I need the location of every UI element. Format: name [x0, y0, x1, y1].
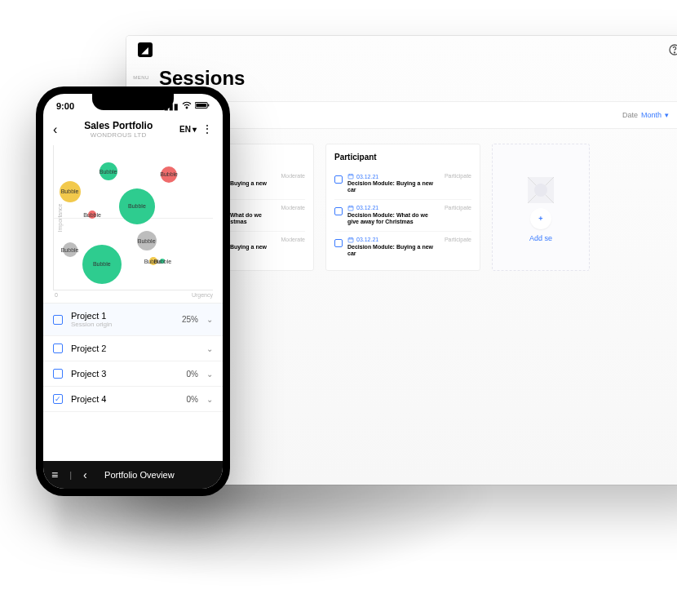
- column-participant: Participant 03.12.21Decision Module: Buy…: [325, 144, 480, 271]
- session-card[interactable]: 03.12.21Decision Module: Buying a new ca…: [334, 168, 471, 199]
- footer-title: Portfolio Oveview: [99, 470, 180, 480]
- card-checkbox[interactable]: [334, 239, 343, 247]
- app-logo-icon[interactable]: ◢: [138, 42, 153, 57]
- search-input[interactable]: [188, 111, 614, 120]
- card-title: Decision Module: What do we give away fo…: [347, 212, 436, 226]
- svg-rect-15: [208, 104, 209, 107]
- session-card[interactable]: 03.12.21Decision Module: Buying a new ca…: [334, 231, 471, 263]
- bubble[interactable]: Bubble: [137, 231, 157, 250]
- bubble[interactable]: Bubble: [82, 245, 122, 284]
- search-bar: Date Month ▾ Filter by: [159, 101, 677, 129]
- row-checkbox[interactable]: [53, 343, 63, 353]
- card-date: 03.12.21: [347, 205, 436, 211]
- battery-icon: [195, 101, 210, 111]
- phone-notch: [92, 94, 174, 110]
- back-icon[interactable]: ‹: [53, 123, 57, 136]
- svg-rect-7: [348, 175, 353, 179]
- row-checkbox[interactable]: [53, 315, 63, 325]
- placeholder-shape-icon: [523, 172, 559, 208]
- bubble[interactable]: Bubble: [119, 188, 155, 224]
- page-title: Sessions: [159, 67, 677, 90]
- hamburger-icon[interactable]: ≡: [51, 468, 58, 481]
- card-role: Moderate: [281, 237, 305, 242]
- svg-rect-8: [348, 206, 353, 210]
- desktop-topbar: ◢: [126, 36, 677, 64]
- footer-back-icon[interactable]: ‹: [83, 468, 87, 481]
- bubble-chart: Importance BubbleBubbleBubbleBubbleBubbl…: [43, 145, 223, 298]
- project-row[interactable]: Project 30%⌄: [43, 361, 223, 387]
- card-date: 03.12.21: [347, 173, 436, 179]
- card-checkbox[interactable]: [334, 207, 343, 215]
- card-role: Moderate: [281, 173, 305, 179]
- row-checkbox[interactable]: ✓: [53, 394, 63, 404]
- chevron-down-icon[interactable]: ⌄: [206, 315, 213, 324]
- chevron-down-icon[interactable]: ⌄: [206, 344, 213, 353]
- project-list: Project 1Session origin25%⌄Project 2⌄Pro…: [43, 303, 223, 461]
- phone-header: ‹ Sales Portfolio WONDROUS LTD EN▾ ⋮: [43, 117, 223, 145]
- phone-footer: ≡ | ‹ Portfolio Oveview: [43, 461, 223, 489]
- row-title: Project 4: [71, 394, 179, 404]
- bubble[interactable]: Bubble: [160, 259, 165, 264]
- row-percent: 25%: [182, 315, 198, 324]
- bubble[interactable]: Bubble: [63, 242, 77, 257]
- language-selector[interactable]: EN▾: [179, 125, 197, 134]
- phone-device: 9:00 ▮▮▮ ‹ Sales Portfolio WONDROUS LTD …: [36, 86, 230, 496]
- help-icon[interactable]: [668, 43, 677, 56]
- axis-origin: 0: [55, 292, 58, 298]
- row-subtitle: Session origin: [71, 321, 174, 328]
- bubble[interactable]: Bubble: [60, 181, 81, 202]
- x-axis-label: Urgency: [192, 292, 213, 298]
- svg-point-12: [186, 107, 188, 109]
- wifi-icon: [182, 101, 192, 111]
- row-percent: 0%: [187, 395, 198, 404]
- add-column-label: Add se: [529, 234, 552, 242]
- add-column[interactable]: + Add se: [492, 144, 590, 271]
- svg-point-11: [534, 184, 547, 197]
- row-title: Project 3: [71, 369, 179, 379]
- row-checkbox[interactable]: [53, 369, 63, 379]
- card-title: Decision Module: Buying a new car: [347, 180, 436, 194]
- row-percent: 0%: [187, 370, 198, 379]
- card-role: Participate: [445, 205, 471, 211]
- row-title: Project 1: [71, 311, 174, 321]
- project-row[interactable]: Project 1Session origin25%⌄: [43, 304, 223, 336]
- more-icon[interactable]: ⋮: [201, 127, 213, 132]
- board-columns: Owner 03.12.21Decision Module: Buying a …: [159, 144, 677, 271]
- bubble[interactable]: Bubble: [161, 166, 177, 183]
- row-title: Project 2: [71, 343, 190, 353]
- svg-point-1: [674, 52, 675, 53]
- chevron-down-icon[interactable]: ⌄: [206, 370, 213, 379]
- card-title: Decision Module: Buying a new car: [347, 244, 436, 258]
- card-date: 03.12.21: [347, 237, 436, 243]
- project-row[interactable]: Project 2⌄: [43, 336, 223, 361]
- phone-page-subtitle: WONDROUS LTD: [62, 131, 175, 139]
- session-card[interactable]: 03.12.21Decision Module: What do we give…: [334, 199, 471, 231]
- column-title: Participant: [334, 153, 471, 162]
- chevron-down-icon[interactable]: ⌄: [206, 395, 213, 404]
- card-checkbox[interactable]: [334, 175, 343, 184]
- plus-icon: +: [530, 208, 551, 229]
- card-role: Participate: [445, 237, 471, 242]
- svg-rect-9: [348, 237, 353, 242]
- status-time: 9:00: [56, 101, 74, 111]
- svg-rect-14: [196, 104, 206, 107]
- svg-point-0: [670, 45, 677, 55]
- menu-label: MENU: [126, 75, 156, 80]
- project-row[interactable]: ✓Project 40%⌄: [43, 387, 223, 412]
- bubble[interactable]: Bubble: [100, 162, 117, 180]
- card-role: Participate: [445, 173, 471, 179]
- date-filter[interactable]: Date Month ▾: [622, 111, 669, 119]
- phone-page-title: Sales Portfolio: [62, 120, 175, 131]
- card-role: Moderate: [281, 205, 305, 211]
